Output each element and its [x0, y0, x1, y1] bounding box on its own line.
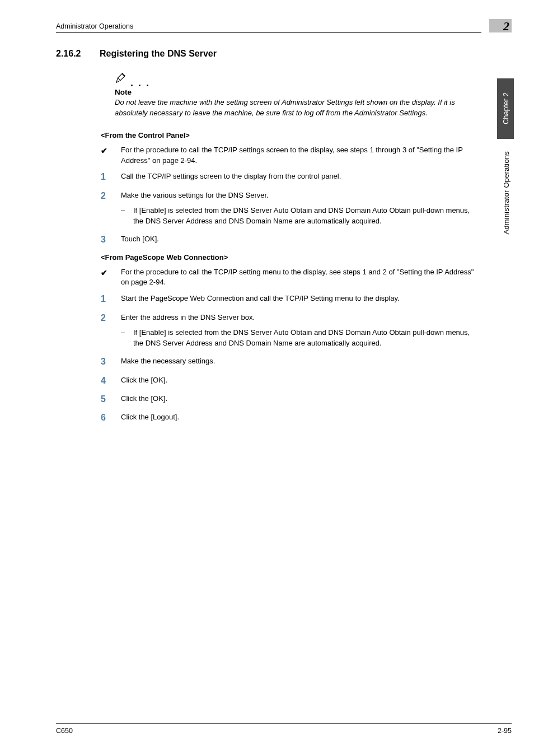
side-section-label: Administrator Operations	[502, 151, 510, 235]
step-row: 3 Touch [OK].	[101, 234, 481, 245]
corner-chapter-number: 2	[503, 19, 509, 34]
check-icon: ✔	[101, 145, 121, 156]
step-text: Click the [Logout].	[121, 412, 481, 423]
pencil-icon	[115, 72, 127, 87]
substep-text: If [Enable] is selected from the DNS Ser…	[133, 328, 481, 349]
step-number: 1	[101, 293, 121, 304]
subheading-pagescope: <From PageScope Web Connection>	[101, 253, 481, 262]
step-text: Enter the address in the DNS Server box.	[121, 312, 481, 323]
step-text: Start the PageScope Web Connection and c…	[121, 293, 481, 304]
step-number: 4	[101, 375, 121, 386]
step-text: Click the [OK].	[121, 375, 481, 386]
dash-icon: –	[121, 328, 133, 338]
subheading-control-panel: <From the Control Panel>	[101, 131, 481, 139]
document-page: Administrator Operations 2.16.2 Register…	[0, 0, 534, 756]
step-number: 1	[101, 171, 121, 182]
step-number: 3	[101, 356, 121, 367]
running-header: Administrator Operations	[56, 22, 481, 33]
corner-chapter-tab: 2	[489, 19, 512, 32]
dash-icon: –	[121, 206, 133, 216]
step-row: 3 Make the necessary settings.	[101, 356, 481, 367]
content-area: Administrator Operations 2.16.2 Register…	[56, 22, 481, 431]
step-number: 2	[101, 190, 121, 201]
prerequisite-row: ✔ For the procedure to call the TCP/IP s…	[101, 267, 481, 288]
substep-text: If [Enable] is selected from the DNS Ser…	[133, 206, 481, 227]
note-text: Do not leave the machine with the settin…	[115, 97, 481, 119]
step-text: Call the TCP/IP settings screen to the d…	[121, 171, 481, 182]
step-number: 2	[101, 312, 121, 323]
step-row: 2 Enter the address in the DNS Server bo…	[101, 312, 481, 323]
step-number: 6	[101, 412, 121, 423]
step-text: Make the necessary settings.	[121, 356, 481, 367]
step-text: Touch [OK].	[121, 234, 481, 245]
section-number: 2.16.2	[56, 49, 100, 59]
footer-model: C650	[56, 727, 73, 735]
step-row: 5 Click the [OK].	[101, 394, 481, 404]
page-footer: C650 2-95	[56, 723, 512, 735]
note-label: Note	[115, 88, 481, 96]
note-icon-row: . . .	[115, 72, 481, 87]
substep-row: – If [Enable] is selected from the DNS S…	[121, 328, 481, 349]
section-heading: 2.16.2 Registering the DNS Server	[56, 49, 481, 59]
step-row: 4 Click the [OK].	[101, 375, 481, 386]
note-block: . . . Note Do not leave the machine with…	[115, 72, 481, 119]
chapter-label: Chapter 2	[502, 92, 510, 124]
check-icon: ✔	[101, 267, 121, 278]
step-text: Click the [OK].	[121, 394, 481, 404]
step-row: 6 Click the [Logout].	[101, 412, 481, 423]
footer-page-number: 2-95	[498, 727, 512, 735]
step-text: Make the various settings for the DNS Se…	[121, 190, 481, 201]
step-row: 2 Make the various settings for the DNS …	[101, 190, 481, 201]
section-title: Registering the DNS Server	[100, 49, 217, 59]
note-dots-icon: . . .	[130, 80, 150, 86]
prerequisite-row: ✔ For the procedure to call the TCP/IP s…	[101, 145, 481, 166]
step-number: 3	[101, 234, 121, 245]
substep-row: – If [Enable] is selected from the DNS S…	[121, 206, 481, 227]
prerequisite-text: For the procedure to call the TCP/IP set…	[121, 267, 481, 288]
step-number: 5	[101, 394, 121, 404]
step-row: 1 Start the PageScope Web Connection and…	[101, 293, 481, 304]
step-row: 1 Call the TCP/IP settings screen to the…	[101, 171, 481, 182]
prerequisite-text: For the procedure to call the TCP/IP set…	[121, 145, 481, 166]
chapter-side-tab: Chapter 2	[497, 78, 514, 139]
